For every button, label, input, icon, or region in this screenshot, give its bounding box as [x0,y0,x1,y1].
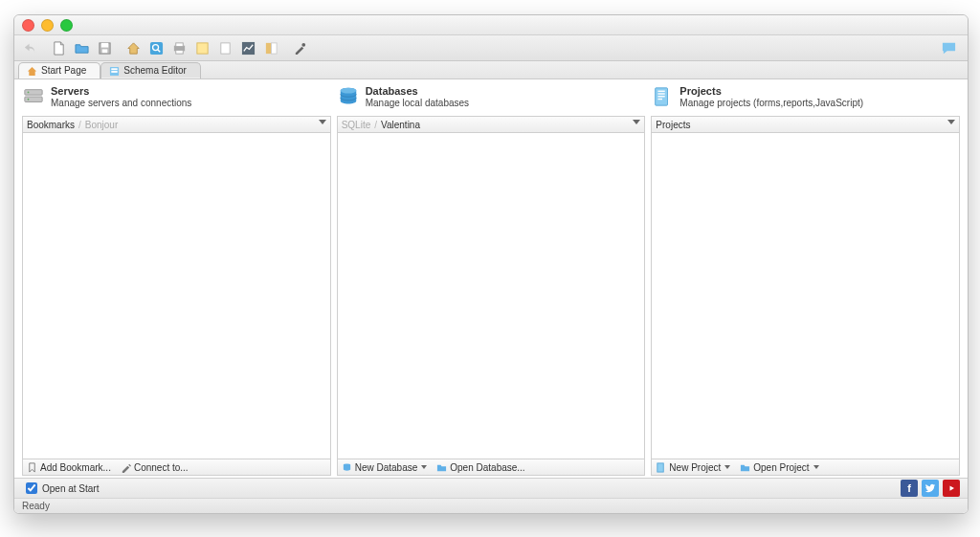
servers-actions: Add Bookmark... Connect to... [22,459,331,476]
svg-rect-3 [149,41,162,54]
open-at-start-label: Open at Start [42,483,99,494]
server-icon [22,85,45,108]
twitter-icon[interactable] [922,480,939,497]
database-icon [337,85,360,108]
db-new-icon [342,462,352,473]
tab-start-page[interactable]: Start Page [18,62,100,78]
action-label: Connect to... [134,462,189,473]
tab-strip: Start Page Schema Editor [14,61,968,79]
open-database-button[interactable]: Open Database... [436,462,524,473]
project-icon [651,85,674,108]
blank-doc-icon[interactable] [215,38,234,57]
toolbar [14,35,968,61]
action-label: New Project [669,462,721,473]
svg-point-14 [301,42,305,46]
dropdown-icon [421,465,427,469]
chevron-down-icon[interactable] [319,120,326,124]
servers-list[interactable] [22,133,331,459]
schema-icon [109,66,120,77]
app-window: Start Page Schema Editor [13,14,969,514]
window-close-button[interactable] [22,19,34,32]
new-file-icon[interactable] [49,38,68,57]
svg-rect-12 [265,42,271,53]
search-icon[interactable] [146,38,166,57]
youtube-icon[interactable] [943,480,960,497]
crumb-projects[interactable]: Projects [656,120,690,130]
crumb-valentina[interactable]: Valentina [381,120,420,130]
databases-actions: New Database Open Database... [337,459,646,476]
svg-rect-2 [101,49,107,53]
bookmark-icon [27,462,37,473]
column-subtitle: Manage servers and connections [51,98,191,109]
connect-to-button[interactable]: Connect to... [121,462,189,473]
projects-column: Projects Manage projects (forms,reports,… [651,85,960,476]
servers-filter-bar[interactable]: Bookmarks / Bonjour [22,116,331,133]
svg-rect-30 [657,462,663,471]
svg-rect-29 [658,99,663,100]
projects-actions: New Project Open Project [651,459,960,476]
tab-label: Schema Editor [123,63,187,78]
svg-rect-8 [175,50,183,54]
column-subtitle: Manage local databases [366,98,469,109]
databases-filter-bar[interactable]: SQLite / Valentina [337,116,646,133]
folder-icon [436,462,447,473]
undo-icon[interactable] [20,38,39,57]
status-bar: Ready [14,498,968,513]
projects-header: Projects Manage projects (forms,reports,… [651,85,960,116]
chart-icon[interactable] [238,38,257,57]
column-title: Databases [366,85,469,98]
dropdown-icon [724,465,730,469]
window-zoom-button[interactable] [60,19,73,32]
crumb-bonjour[interactable]: Bonjour [85,120,118,130]
svg-rect-13 [271,42,277,53]
column-title: Servers [51,85,191,98]
svg-point-20 [28,92,30,94]
svg-rect-10 [220,42,229,53]
save-icon[interactable] [95,38,114,57]
tab-schema-editor[interactable]: Schema Editor [100,62,201,78]
svg-rect-17 [112,71,118,73]
chevron-down-icon[interactable] [947,120,955,124]
svg-rect-16 [112,68,118,70]
svg-rect-9 [196,42,207,53]
window-minimize-button[interactable] [41,19,54,32]
add-bookmark-button[interactable]: Add Bookmark... [27,462,111,473]
servers-column: Servers Manage servers and connections B… [22,85,331,476]
open-at-start-checkbox[interactable] [26,482,37,494]
status-text: Ready [22,501,50,511]
svg-rect-27 [658,93,665,94]
facebook-icon[interactable]: f [901,480,918,497]
tab-label: Start Page [41,63,86,78]
new-project-button[interactable]: New Project [656,462,730,473]
crumb-bookmarks[interactable]: Bookmarks [27,120,75,130]
project-new-icon [656,462,666,473]
column-title: Projects [679,85,863,98]
svg-rect-1 [100,42,108,47]
picker-icon[interactable] [290,38,309,57]
print-icon[interactable] [169,38,189,57]
svg-rect-7 [175,42,183,46]
databases-header: Databases Manage local databases [337,85,646,116]
note-icon[interactable] [192,38,212,57]
crumb-sqlite[interactable]: SQLite [342,120,371,130]
new-database-button[interactable]: New Database [342,462,428,473]
action-label: Add Bookmark... [40,462,111,473]
chevron-down-icon[interactable] [633,120,640,124]
chat-icon[interactable] [939,38,958,57]
open-folder-icon[interactable] [72,38,91,57]
panel-icon[interactable] [261,38,280,57]
column-subtitle: Manage projects (forms,reports,JavaScrip… [679,98,863,109]
projects-list[interactable] [651,133,960,459]
svg-point-23 [340,88,356,94]
dropdown-icon [813,465,819,469]
svg-rect-28 [658,96,665,97]
open-project-button[interactable]: Open Project [740,462,818,473]
projects-filter-bar[interactable]: Projects [651,116,960,133]
svg-point-21 [28,99,30,101]
home-icon [27,66,37,77]
databases-list[interactable] [337,133,646,459]
folder-icon [740,462,750,473]
home-icon[interactable] [123,38,143,57]
databases-column: Databases Manage local databases SQLite … [337,85,646,476]
servers-header: Servers Manage servers and connections [22,85,331,116]
